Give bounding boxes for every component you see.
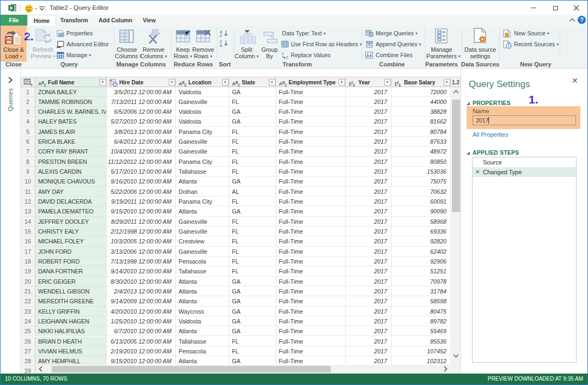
svg-text:Z: Z <box>219 33 222 37</box>
svg-text:2: 2 <box>286 55 289 59</box>
svg-text:1: 1 <box>281 51 284 56</box>
svg-text:A: A <box>219 43 223 47</box>
